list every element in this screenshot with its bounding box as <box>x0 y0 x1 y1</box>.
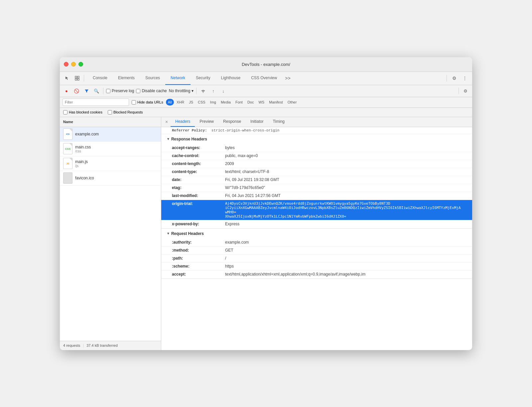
header-date: date: Fri, 09 Jul 2021 19:32:08 GMT <box>161 176 472 184</box>
filter-input-wrap <box>63 99 129 106</box>
filter-type-media[interactable]: Media <box>219 99 233 105</box>
main-tabs: Console Elements Sources Network Securit… <box>86 72 445 85</box>
referrer-row: Referrer Policy: strict-origin-when-cros… <box>161 127 472 134</box>
header-val: 2009 <box>225 161 462 166</box>
filter-type-css[interactable]: CSS <box>196 99 207 105</box>
filter-type-font[interactable]: Font <box>233 99 245 105</box>
maximize-button[interactable] <box>78 62 83 67</box>
hide-data-urls-input[interactable] <box>132 100 136 104</box>
hide-data-urls-checkbox[interactable]: Hide data URLs <box>132 100 163 104</box>
devtools-toolbar: Console Elements Sources Network Securit… <box>60 72 472 85</box>
close-detail-button[interactable]: × <box>163 118 171 126</box>
header-key: x-powered-by: <box>172 222 225 226</box>
tab-css-overview[interactable]: CSS Overview <box>246 72 282 85</box>
throttle-select[interactable]: No throttling ▾ <box>169 89 194 93</box>
tab-security[interactable]: Security <box>191 72 215 85</box>
request-item-js[interactable]: JS main.js /js <box>60 156 161 171</box>
header-content-length: content-length: 2009 <box>161 160 472 168</box>
header-val: text/html; charset=UTF-8 <box>225 169 462 174</box>
inspect-icon[interactable] <box>72 74 82 83</box>
detail-tab-timing[interactable]: Timing <box>268 117 289 127</box>
close-button[interactable] <box>64 62 68 67</box>
toolbar-separator <box>84 75 84 82</box>
header-val: https <box>225 264 462 269</box>
tab-lighthouse[interactable]: Lighthouse <box>215 72 246 85</box>
header-key: content-type: <box>172 169 225 174</box>
settings-icon[interactable]: ⚙ <box>450 74 459 83</box>
header-key: :scheme: <box>172 264 225 269</box>
cursor-icon[interactable] <box>63 74 72 83</box>
detail-tab-headers[interactable]: Headers <box>171 117 195 127</box>
request-name-js: main.js <box>75 159 158 164</box>
detail-tab-preview[interactable]: Preview <box>195 117 218 127</box>
request-item-css[interactable]: CSS main.css /css <box>60 142 161 156</box>
download-icon[interactable]: ↓ <box>219 87 227 95</box>
request-name: example.com <box>75 132 158 136</box>
nt-sep3 <box>459 88 459 94</box>
traffic-lights <box>64 62 83 67</box>
header-last-modified: last-modified: Fri, 04 Jun 2021 14:27:56… <box>161 192 472 200</box>
request-item-ico[interactable]: favicon.ico <box>60 171 161 186</box>
header-key: date: <box>172 177 225 182</box>
disable-cache-input[interactable] <box>136 89 140 93</box>
nt-sep1 <box>103 88 103 94</box>
upload-icon[interactable]: ↑ <box>209 87 217 95</box>
record-button[interactable]: ● <box>63 87 70 95</box>
request-info-css: main.css /css <box>75 145 158 153</box>
preserve-log-checkbox[interactable]: Preserve log <box>106 89 134 93</box>
header-key: accept-ranges: <box>172 145 225 150</box>
tab-elements[interactable]: Elements <box>113 72 140 85</box>
filter-type-doc[interactable]: Doc <box>245 99 256 105</box>
svg-rect-3 <box>77 79 79 80</box>
filter-input[interactable] <box>65 100 127 104</box>
more-options-icon[interactable]: ⋮ <box>460 74 469 83</box>
request-section-title[interactable]: ▼ Request Headers <box>161 229 472 239</box>
filter-type-xhr[interactable]: XHR <box>175 99 186 105</box>
request-name-css: main.css <box>75 145 158 149</box>
preserve-log-input[interactable] <box>106 89 110 93</box>
block-requests-button[interactable]: 🚫 <box>72 87 80 95</box>
request-item-example[interactable]: <> example.com <box>60 127 161 142</box>
detail-tab-initiator[interactable]: Initiator <box>246 117 268 127</box>
nt-sep2 <box>196 88 197 94</box>
header-val: bytes <box>225 145 462 150</box>
requests-header: Name <box>60 117 161 127</box>
filter-types: All XHR JS CSS Img Media Font Doc WS Man… <box>166 99 299 105</box>
right-panel: × Headers Preview Response Initiator Tim… <box>161 117 472 350</box>
has-blocked-cookies-input[interactable] <box>63 110 67 114</box>
filter-type-manifest[interactable]: Manifest <box>267 99 285 105</box>
header-x-powered-by: x-powered-by: Express <box>161 220 472 228</box>
throttle-arrow: ▾ <box>192 89 194 93</box>
blocked-requests-input[interactable] <box>108 110 112 114</box>
tab-console[interactable]: Console <box>87 72 113 85</box>
header-origin-trial: origin-trial: Aj4DysCv3VjknU3jJvkDEwnQZK… <box>161 200 472 220</box>
request-info-ico: favicon.ico <box>75 176 158 180</box>
filter-type-other[interactable]: Other <box>286 99 299 105</box>
disable-cache-checkbox[interactable]: Disable cache <box>136 89 167 93</box>
filter-type-all[interactable]: All <box>166 99 174 105</box>
network-settings-icon[interactable]: ⚙ <box>462 87 469 95</box>
minimize-button[interactable] <box>71 62 76 67</box>
filter-type-js[interactable]: JS <box>187 99 195 105</box>
request-list: <> example.com CSS main.css /css <box>60 127 161 341</box>
window-title: DevTools - example.com/ <box>242 62 290 67</box>
detail-tab-response[interactable]: Response <box>218 117 246 127</box>
request-path-js: /js <box>75 164 158 168</box>
main-content: Name <> example.com CSS <box>60 117 472 350</box>
filter-icon[interactable] <box>82 87 90 95</box>
header-key-origin-trial: origin-trial: <box>172 201 225 206</box>
request-info-example: example.com <box>75 132 158 136</box>
blocked-requests-label[interactable]: Blocked Requests <box>108 110 143 114</box>
has-blocked-cookies-label[interactable]: Has blocked cookies <box>63 110 102 114</box>
more-tabs-button[interactable]: >> <box>282 72 293 85</box>
transfer-size: 37.4 kB transferred <box>86 343 118 347</box>
filter-type-img[interactable]: Img <box>208 99 218 105</box>
tab-network[interactable]: Network <box>165 72 191 85</box>
filter-type-ws[interactable]: WS <box>256 99 266 105</box>
search-button[interactable]: 🔍 <box>92 87 100 95</box>
response-section-title[interactable]: ▼ Response Headers <box>161 134 472 144</box>
blocked-bar: Has blocked cookies Blocked Requests <box>60 108 472 117</box>
headers-content: Referrer Policy: strict-origin-when-cros… <box>161 127 472 350</box>
tab-sources[interactable]: Sources <box>140 72 165 85</box>
wifi-icon[interactable] <box>199 87 207 95</box>
